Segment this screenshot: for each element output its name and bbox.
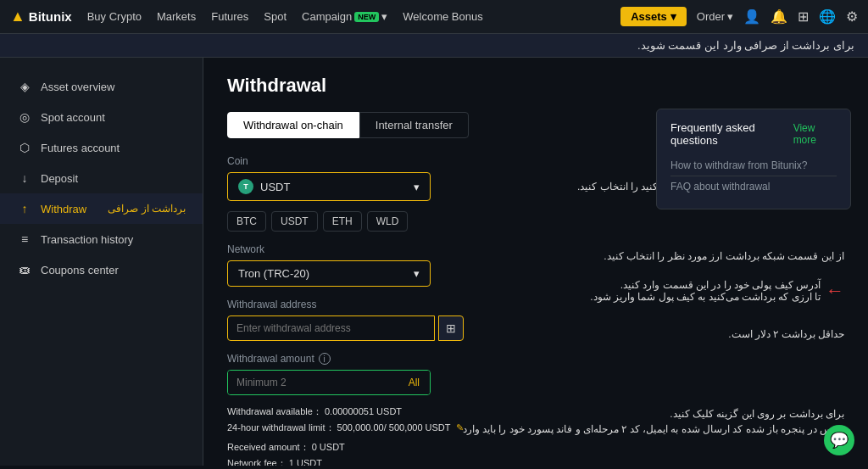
nav-campaign[interactable]: Campaign NEW ▾ — [302, 10, 387, 23]
fee-info: Network fee： 1 USDT — [227, 457, 464, 466]
ann5-text: برای برداشت بر روی این گزینه کلیک کنید. — [670, 408, 844, 420]
coupons-icon: 🎟 — [17, 263, 32, 276]
transaction-history-icon: ≡ — [17, 232, 32, 246]
ann3b-text: تا ارزی که برداشت می‌کنید به کیف پول شما… — [590, 291, 821, 303]
usdt-icon: T — [238, 179, 253, 194]
main-layout: ◈ Asset overview ◎ Spot account ⬡ Future… — [0, 58, 868, 466]
chat-bubble[interactable]: 💬 — [824, 425, 854, 455]
network-dropdown-icon: ▾ — [414, 267, 420, 280]
sidebar-label-withdraw: Withdraw — [41, 203, 99, 215]
limit-info: 24-hour withdrawal limit： 500,000.00/ 50… — [227, 422, 464, 434]
sidebar-label-asset-overview: Asset overview — [41, 81, 186, 93]
sidebar-item-coupons-center[interactable]: 🎟 Coupons center — [0, 254, 203, 285]
faq-title: Frequently asked questions — [670, 121, 793, 147]
amount-info-icon: i — [319, 353, 331, 365]
coin-eth[interactable]: ETH — [323, 211, 362, 232]
sidebar-item-asset-overview[interactable]: ◈ Asset overview — [0, 71, 203, 102]
coin-selected-value: USDT — [260, 181, 290, 193]
sidebar-label-coupons-center: Coupons center — [41, 264, 186, 276]
sidebar-item-withdraw[interactable]: ↑ Withdraw برداشت از صرافی — [0, 193, 203, 224]
faq-item-0[interactable]: How to withdraw from Bitunix? — [670, 155, 837, 176]
address-label: Withdrawal address — [227, 299, 464, 310]
asset-overview-icon: ◈ — [17, 80, 32, 93]
coin-btc[interactable]: BTC — [227, 211, 266, 232]
faq-item-1[interactable]: FAQ about withdrawal — [670, 176, 837, 197]
grid-icon[interactable]: ⊞ — [798, 8, 809, 25]
sidebar: ◈ Asset overview ◎ Spot account ⬡ Future… — [0, 58, 203, 466]
settings-icon[interactable]: ⚙ — [846, 8, 858, 25]
logo-icon: ▲ — [10, 8, 25, 25]
page-title: Withdrawal — [227, 75, 844, 97]
arrow-icon: ← — [826, 280, 844, 302]
ann6-text: سپس در پنجره باز شده کد ارسال شده به ایم… — [448, 423, 844, 447]
address-input[interactable] — [227, 315, 435, 341]
coin-usdt[interactable]: USDT — [271, 211, 318, 232]
nav-right: Assets ▾ Order ▾ 👤 🔔 ⊞ 🌐 ⚙ — [620, 7, 858, 26]
annotation-banner: برای برداشت از صرافی وارد این قسمت شوید. — [0, 34, 868, 58]
amount-input[interactable] — [228, 371, 398, 394]
chat-icon: 💬 — [830, 431, 849, 449]
main-content: Frequently asked questions View more How… — [203, 58, 868, 466]
sidebar-item-deposit[interactable]: ↓ Deposit — [0, 163, 203, 193]
sidebar-item-futures-account[interactable]: ⬡ Futures account — [0, 132, 203, 163]
network-label: Network — [227, 243, 464, 255]
sidebar-label-futures-account: Futures account — [41, 142, 186, 154]
coin-quick-select: BTC USDT ETH WLD — [227, 211, 464, 232]
nav-spot[interactable]: Spot — [264, 10, 287, 23]
deposit-icon: ↓ — [17, 171, 32, 185]
edit-limit-icon[interactable]: ✎ — [456, 422, 464, 433]
user-icon[interactable]: 👤 — [743, 8, 760, 25]
ann2-text: از این قسمت شبکه برداشت ارز مورد نظر را … — [604, 250, 844, 262]
assets-button[interactable]: Assets ▾ — [620, 7, 687, 26]
sidebar-item-spot-account[interactable]: ◎ Spot account — [0, 102, 203, 132]
qr-button[interactable]: ⊞ — [438, 315, 464, 341]
sidebar-item-transaction-history[interactable]: ≡ Transaction history — [0, 224, 203, 254]
sidebar-label-transaction-history: Transaction history — [41, 233, 186, 246]
ann4-text: حداقل برداشت ۲ دلار است. — [728, 328, 844, 340]
futures-account-icon: ⬡ — [17, 141, 32, 154]
coin-label: Coin — [227, 155, 464, 167]
faq-view-more[interactable]: View more — [793, 122, 837, 146]
coin-wld[interactable]: WLD — [367, 211, 409, 232]
network-selected-value: Tron (TRC-20) — [238, 267, 309, 280]
bell-icon[interactable]: 🔔 — [771, 8, 787, 25]
amount-label: Withdrawal amount i — [227, 353, 464, 365]
nav-futures[interactable]: Futures — [211, 10, 248, 23]
amount-all-button[interactable]: All — [398, 371, 430, 394]
tab-on-chain[interactable]: Withdrawal on-chain — [227, 112, 359, 138]
coin-dropdown-icon: ▾ — [414, 181, 420, 193]
withdraw-rtl-label: برداشت از صرافی — [108, 203, 186, 215]
received-info: Received amount： 0 USDT — [227, 441, 464, 454]
faq-header: Frequently asked questions View more — [670, 121, 837, 147]
withdraw-icon: ↑ — [17, 202, 32, 215]
nav-welcome-bonus[interactable]: Welcome Bonus — [403, 10, 482, 23]
nav-buy-crypto[interactable]: Buy Crypto — [87, 10, 142, 23]
order-button[interactable]: Order ▾ — [697, 10, 733, 23]
faq-panel: Frequently asked questions View more How… — [656, 109, 851, 209]
logo[interactable]: ▲ Bitunix — [10, 8, 72, 25]
coin-select[interactable]: T USDT ▾ — [227, 172, 431, 201]
logo-text: Bitunix — [29, 9, 72, 24]
network-select[interactable]: Tron (TRC-20) ▾ — [227, 260, 431, 287]
available-info: Withdrawal available： 0.00000051 USDT — [227, 405, 464, 418]
sidebar-label-spot-account: Spot account — [41, 111, 186, 124]
top-navigation: ▲ Bitunix Buy Crypto Markets Futures Spo… — [0, 0, 868, 34]
ann3a-text: آدرس کیف پولی خود را در این قسمت وارد کن… — [590, 279, 821, 291]
address-row: ⊞ — [227, 315, 464, 341]
amount-row: All — [227, 370, 431, 395]
tab-internal-transfer[interactable]: Internal transfer — [359, 112, 469, 138]
globe-icon[interactable]: 🌐 — [819, 8, 836, 25]
spot-account-icon: ◎ — [17, 110, 32, 124]
nav-markets[interactable]: Markets — [157, 10, 196, 23]
sidebar-label-deposit: Deposit — [41, 172, 186, 185]
campaign-badge: NEW — [354, 12, 379, 22]
